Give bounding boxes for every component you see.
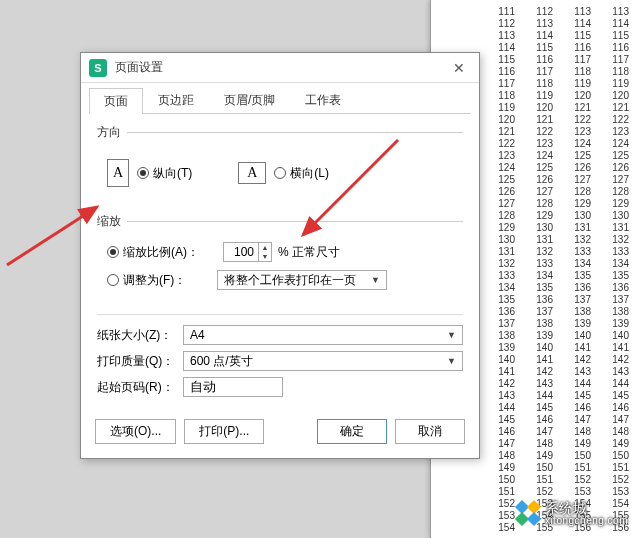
chevron-down-icon: ▼ [447,330,456,340]
landscape-label: 横向(L) [290,165,329,182]
scale-fit-label: 调整为(F)： [123,272,193,289]
options-button[interactable]: 选项(O)... [95,419,176,444]
portrait-label: 纵向(T) [153,165,192,182]
page-setup-dialog: S 页面设置 ✕ 页面 页边距 页眉/页脚 工作表 方向 A 纵向(T) A 横… [80,52,480,459]
close-icon[interactable]: ✕ [447,56,471,80]
orientation-legend: 方向 [97,124,127,141]
scale-ratio-radio[interactable]: 缩放比例(A)： [107,244,199,261]
watermark: 系统城 xitongcheng.com [517,501,628,526]
start-page-row: 起始页码(R)： [97,377,463,397]
watermark-text: 系统城 [545,501,628,516]
scale-group: 缩放 缩放比例(A)： ▲ ▼ % 正常尺寸 [97,213,463,306]
chevron-down-icon: ▼ [447,356,456,366]
scale-ratio-spinner[interactable]: ▲ ▼ [223,242,272,262]
bg-row: 149150151151 [431,462,640,474]
landscape-page-icon: A [238,162,266,184]
radio-dot-icon [274,167,286,179]
bg-row: 151152153153 [431,486,640,498]
chevron-down-icon: ▼ [371,275,380,285]
spinner-down-icon[interactable]: ▼ [259,252,271,261]
print-quality-label: 打印质量(Q)： [97,353,177,370]
paper-size-value: A4 [190,328,205,342]
app-icon: S [89,59,107,77]
bg-row: 113114115115 [431,30,640,42]
orientation-group: 方向 A 纵向(T) A 横向(L) [97,124,463,209]
dialog-content: 方向 A 纵向(T) A 横向(L) 缩放 [81,114,479,419]
bg-row: 111112113113 [431,6,640,18]
tab-margins[interactable]: 页边距 [143,87,209,113]
bg-row: 150151152152 [431,474,640,486]
ok-button[interactable]: 确定 [317,419,387,444]
print-quality-select[interactable]: 600 点/英寸 ▼ [183,351,463,371]
paper-size-row: 纸张大小(Z)： A4 ▼ [97,325,463,345]
scale-ratio-suffix: % 正常尺寸 [278,244,340,261]
watermark-url: xitongcheng.com [545,516,628,527]
scale-legend: 缩放 [97,213,127,230]
start-page-input[interactable] [183,377,283,397]
radio-dot-icon [137,167,149,179]
titlebar: S 页面设置 ✕ [81,53,479,83]
separator [97,314,463,315]
scale-fit-value: 将整个工作表打印在一页 [224,272,356,289]
start-page-label: 起始页码(R)： [97,379,177,396]
scale-ratio-input[interactable] [224,243,258,261]
dialog-title: 页面设置 [115,59,447,76]
tab-page[interactable]: 页面 [89,88,143,114]
dialog-buttons: 选项(O)... 打印(P)... 确定 取消 [81,419,479,458]
spinner-up-icon[interactable]: ▲ [259,243,271,252]
print-quality-value: 600 点/英寸 [190,353,253,370]
bg-row: 112113114114 [431,18,640,30]
tab-header-footer[interactable]: 页眉/页脚 [209,87,290,113]
print-quality-row: 打印质量(Q)： 600 点/英寸 ▼ [97,351,463,371]
watermark-logo-icon [517,502,539,524]
landscape-radio[interactable]: 横向(L) [274,165,329,182]
cancel-button[interactable]: 取消 [395,419,465,444]
portrait-page-icon: A [107,159,129,187]
scale-ratio-label: 缩放比例(A)： [123,244,199,261]
tab-sheet[interactable]: 工作表 [290,87,356,113]
portrait-radio[interactable]: 纵向(T) [137,165,192,182]
radio-dot-icon [107,246,119,258]
radio-dot-icon [107,274,119,286]
scale-fit-radio[interactable]: 调整为(F)： [107,272,193,289]
tabs: 页面 页边距 页眉/页脚 工作表 [89,87,471,114]
paper-size-label: 纸张大小(Z)： [97,327,177,344]
print-button[interactable]: 打印(P)... [184,419,264,444]
paper-size-select[interactable]: A4 ▼ [183,325,463,345]
scale-fit-select[interactable]: 将整个工作表打印在一页 ▼ [217,270,387,290]
